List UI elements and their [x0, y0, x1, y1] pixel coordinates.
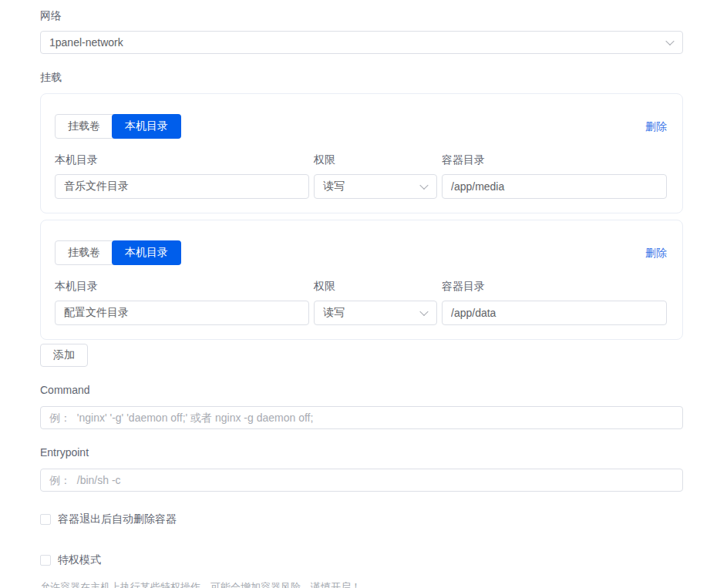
permission-label: 权限 [314, 281, 437, 291]
permission-select-value: 读写 [323, 180, 345, 193]
mount-card-header: 挂载卷 本机目录 删除 [55, 114, 667, 139]
local-dir-label: 本机目录 [55, 281, 309, 291]
mount-card-header: 挂载卷 本机目录 删除 [55, 240, 667, 265]
permission-select[interactable]: 读写 [314, 174, 437, 199]
local-dir-field: 本机目录 [55, 281, 309, 325]
checkbox-icon[interactable] [40, 555, 51, 566]
local-dir-input[interactable] [55, 174, 309, 199]
permission-field: 权限 读写 [314, 154, 437, 199]
privileged-mode-checkbox-label: 特权模式 [58, 553, 101, 567]
chevron-down-icon [665, 37, 674, 45]
permission-select[interactable]: 读写 [314, 301, 437, 325]
mount-type-volume-button[interactable]: 挂载卷 [56, 241, 113, 264]
auto-remove-checkbox-label: 容器退出后自动删除容器 [58, 512, 177, 526]
network-select-value: 1panel-network [49, 36, 123, 49]
local-dir-label: 本机目录 [55, 154, 309, 165]
mount-type-volume-button[interactable]: 挂载卷 [56, 115, 113, 138]
delete-mount-link[interactable]: 删除 [645, 247, 667, 258]
mount-card: 挂载卷 本机目录 删除 本机目录 权限 读写 容器目录 [40, 220, 683, 340]
container-create-form: 网络 1panel-network 挂载 挂载卷 本机目录 删除 本机目录 权限… [0, 0, 727, 588]
mount-fields-row: 本机目录 权限 读写 容器目录 [55, 154, 667, 199]
command-input[interactable] [40, 406, 683, 429]
permission-field: 权限 读写 [314, 281, 437, 325]
privileged-mode-help-text: 允许容器在主机上执行某些特权操作，可能会增加容器风险，谨慎开启！ [40, 580, 683, 588]
network-select[interactable]: 1panel-network [40, 31, 683, 54]
container-dir-label: 容器目录 [442, 281, 667, 291]
container-dir-input[interactable] [442, 301, 667, 325]
chevron-down-icon [419, 307, 428, 316]
container-dir-input[interactable] [442, 174, 667, 199]
container-dir-label: 容器目录 [442, 154, 667, 165]
mount-type-toggle: 挂载卷 本机目录 [55, 240, 181, 265]
container-dir-field: 容器目录 [442, 154, 667, 199]
entrypoint-label: Entrypoint [40, 447, 683, 458]
auto-remove-checkbox[interactable]: 容器退出后自动删除容器 [40, 512, 683, 526]
mount-type-local-button[interactable]: 本机目录 [112, 240, 181, 265]
permission-select-value: 读写 [323, 306, 345, 320]
mount-card: 挂载卷 本机目录 删除 本机目录 权限 读写 容器目录 [40, 93, 683, 213]
network-label: 网络 [40, 10, 683, 21]
permission-label: 权限 [314, 154, 437, 165]
mount-type-local-button[interactable]: 本机目录 [112, 114, 181, 139]
entrypoint-input[interactable] [40, 469, 683, 492]
privileged-mode-checkbox[interactable]: 特权模式 [40, 553, 683, 567]
mount-fields-row: 本机目录 权限 读写 容器目录 [55, 281, 667, 325]
command-label: Command [40, 385, 683, 395]
local-dir-input[interactable] [55, 301, 309, 325]
checkbox-icon[interactable] [40, 514, 51, 525]
mount-section-label: 挂载 [40, 72, 683, 82]
delete-mount-link[interactable]: 删除 [645, 121, 667, 132]
local-dir-field: 本机目录 [55, 154, 309, 199]
mount-type-toggle: 挂载卷 本机目录 [55, 114, 181, 139]
add-mount-button[interactable]: 添加 [40, 344, 88, 367]
chevron-down-icon [419, 181, 428, 190]
container-dir-field: 容器目录 [442, 281, 667, 325]
